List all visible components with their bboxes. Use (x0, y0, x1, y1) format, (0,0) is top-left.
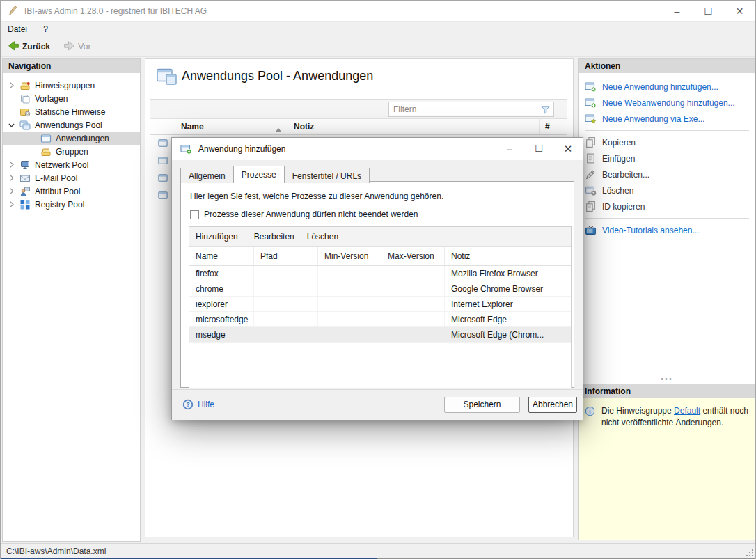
resize-grip[interactable] (746, 549, 753, 556)
action-id-kopieren[interactable]: ID kopieren (579, 198, 755, 214)
process-cell-name: chrome (189, 281, 254, 296)
nav-item-vorlagen[interactable]: Vorlagen (3, 93, 140, 105)
add-application-icon (180, 143, 192, 155)
application-window-icon (157, 155, 168, 168)
action-video-tutorials-ansehen[interactable]: Video-Tutorials ansehen... (579, 222, 755, 238)
dialog-maximize-button[interactable]: ☐ (524, 139, 553, 159)
dialog-minimize-button[interactable]: – (495, 139, 524, 159)
page-title: Anwendungs Pool - Anwendungen (182, 69, 373, 84)
filter-funnel-icon[interactable] (540, 104, 551, 115)
help-link[interactable]: ? Hilfe (182, 399, 214, 410)
toolbar: Zurück Vor (1, 37, 755, 57)
menu-datei[interactable]: Datei (1, 22, 34, 37)
default-group-link[interactable]: Default (674, 406, 700, 416)
title-bar: IBI-aws Admin 1.28.0 - registriert für I… (1, 1, 755, 22)
process-cell-min_version (318, 266, 381, 281)
action-löschen[interactable]: Löschen (579, 182, 755, 198)
groups-icon (40, 146, 52, 157)
filter-input[interactable] (393, 103, 529, 116)
nav-item-label: Anwendungen (56, 134, 109, 143)
information-text: Die Hinweisgruppe Default enthält noch n… (601, 405, 749, 430)
email-pool-icon (19, 173, 31, 184)
chevron-right-icon[interactable] (7, 160, 17, 170)
chevron-down-icon[interactable] (7, 120, 17, 130)
info-icon (585, 406, 595, 416)
action-neue-webanwendung-hinzufügen[interactable]: Neue Webanwendung hinzufügen... (579, 95, 755, 111)
action-einfügen[interactable]: Einfügen (579, 150, 755, 166)
chevron-right-icon[interactable] (7, 173, 17, 183)
nav-item-netzwerk-pool[interactable]: Netzwerk Pool (3, 159, 140, 171)
process-row-iexplorer[interactable]: iexplorerInternet Explorer (189, 297, 571, 312)
static-notes-icon (19, 107, 31, 118)
action-bearbeiten[interactable]: Bearbeiten... (579, 166, 755, 182)
nav-item-label: Anwendungs Pool (35, 120, 102, 130)
splitter-grip[interactable]: ••• (579, 376, 755, 384)
actions-separator (585, 130, 749, 131)
app-window: IBI-aws Admin 1.28.0 - registriert für I… (0, 0, 756, 559)
nav-item-registry-pool[interactable]: Registry Pool (3, 198, 140, 211)
nav-item-label: E-Mail Pool (35, 173, 77, 183)
process-column-header-name[interactable]: Name (189, 247, 254, 265)
chevron-right-icon[interactable] (7, 200, 17, 210)
action-label: Löschen (602, 186, 633, 196)
process-column-header-min-version[interactable]: Min-Version (318, 247, 381, 265)
column-header-count[interactable]: # (539, 119, 567, 134)
process-row-msedge[interactable]: msedgeMicrosoft Edge (Chrom... (189, 327, 571, 343)
nav-item-attribut-pool[interactable]: Attribut Pool (3, 185, 140, 198)
chevron-right-icon[interactable] (7, 187, 17, 196)
back-button[interactable]: Zurück (3, 37, 54, 56)
processes-description: Hier legen Sie fest, welche Prozesse zu … (190, 191, 443, 201)
navigation-header: Navigation (3, 59, 140, 73)
menu-bar: Datei ? (1, 22, 755, 37)
chevron-spacer (28, 147, 38, 157)
process-row-firefox[interactable]: firefoxMozilla Firefox Browser (189, 266, 571, 281)
close-button[interactable]: ✕ (724, 1, 755, 22)
actions-list: Neue Anwendung hinzufügen...Neue Webanwe… (579, 73, 755, 238)
forward-button[interactable]: Vor (59, 37, 95, 56)
process-column-header-notiz[interactable]: Notiz (445, 247, 571, 265)
dialog-close-button[interactable]: ✕ (553, 139, 583, 159)
chevron-right-icon[interactable] (7, 81, 17, 90)
hinzufügen-button[interactable]: Hinzufügen (189, 229, 244, 244)
menu-help[interactable]: ? (36, 22, 55, 37)
process-row-chrome[interactable]: chromeGoogle Chrome Browser (189, 281, 571, 297)
chevron-spacer (7, 107, 17, 117)
tab-fenstertitel-urls[interactable]: Fenstertitel / URLs (284, 168, 370, 183)
process-cell-min_version (318, 327, 381, 342)
minimize-button[interactable]: – (661, 1, 693, 22)
network-pool-icon (19, 159, 31, 171)
filter-row (150, 100, 567, 119)
nav-item-label: Hinweisgruppen (35, 81, 95, 90)
tab-prozesse[interactable]: Prozesse (233, 166, 285, 183)
svg-text:?: ? (186, 401, 189, 408)
action-kopieren[interactable]: Kopieren (579, 134, 755, 150)
action-neue-anwendung-hinzufügen[interactable]: Neue Anwendung hinzufügen... (579, 79, 755, 95)
nav-item-label: Gruppen (56, 147, 88, 157)
tab-allgemein[interactable]: Allgemein (180, 168, 234, 183)
bearbeiten-button[interactable]: Bearbeiten (248, 229, 301, 244)
nav-item-e-mail-pool[interactable]: E-Mail Pool (3, 172, 140, 184)
application-window-icon (157, 138, 168, 150)
process-cell-max_version (381, 312, 445, 326)
maximize-button[interactable]: ☐ (693, 1, 724, 22)
chevron-spacer (7, 94, 17, 104)
process-row-microsoftedge[interactable]: microsoftedgeMicrosoft Edge (189, 312, 571, 327)
nav-item-anwendungs-pool[interactable]: Anwendungs Pool (3, 119, 140, 132)
löschen-button[interactable]: Löschen (301, 229, 345, 244)
process-cell-max_version (381, 266, 445, 281)
nav-item-statische-hinweise[interactable]: Statische Hinweise (3, 106, 140, 118)
process-column-header-pfad[interactable]: Pfad (254, 247, 318, 265)
no-terminate-checkbox[interactable] (190, 210, 199, 219)
action-neue-anwendung-via-exe[interactable]: Neue Anwendung via Exe... (579, 111, 755, 127)
nav-item-gruppen[interactable]: Gruppen (3, 145, 140, 158)
cancel-button[interactable]: Abbrechen (528, 397, 577, 413)
nav-item-anwendungen[interactable]: Anwendungen (3, 132, 140, 145)
forward-arrow-icon (63, 40, 75, 54)
save-button[interactable]: Speichern (444, 397, 520, 413)
status-bar: C:\IBI-aws\Admin\Data.xml (1, 543, 755, 558)
column-header-name[interactable]: Name (175, 122, 288, 132)
nav-item-hinweisgruppen[interactable]: Hinweisgruppen (3, 79, 140, 92)
nav-item-label: Registry Pool (35, 200, 84, 210)
column-header-notiz[interactable]: Notiz (288, 122, 539, 132)
process-column-header-max-version[interactable]: Max-Version (381, 247, 445, 265)
